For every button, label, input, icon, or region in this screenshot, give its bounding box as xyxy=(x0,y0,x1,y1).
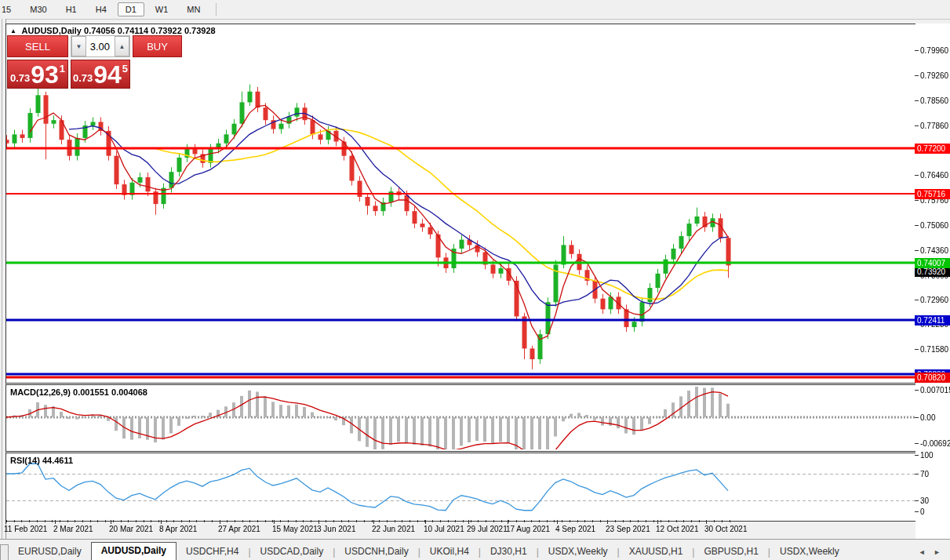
date-axis-label: 22 Jun 2021 xyxy=(372,525,415,533)
macd-axis-label: 0.007015 xyxy=(920,386,950,395)
volume-increase-button[interactable]: ▲ xyxy=(115,36,129,56)
sell-price-main: 93 xyxy=(31,62,59,87)
price-axis-label: 0.75060 xyxy=(920,221,948,230)
tab-stub[interactable] xyxy=(0,544,9,560)
tab-scroll-nav: ◄ ► xyxy=(915,548,944,560)
macd-axis-label: -0.006923 xyxy=(920,439,950,448)
chart-symbol: AUDUSD,Daily xyxy=(22,26,82,35)
buy-price-pip: 5 xyxy=(122,63,128,75)
chart-tab-usdcad-daily[interactable]: USDCAD,Daily xyxy=(251,544,333,560)
price-axis-label: 0.71580 xyxy=(920,345,948,354)
date-axis-label: 12 Oct 2021 xyxy=(656,525,698,533)
date-axis-label: 8 Apr 2021 xyxy=(159,525,197,533)
price-level-tag: 0.70820 xyxy=(915,373,950,383)
buy-price-prefix: 0.73 xyxy=(73,72,93,84)
volume-decrease-button[interactable]: ▼ xyxy=(71,36,86,56)
chart-tab-xauusd-h1[interactable]: XAUUSD,H1 xyxy=(620,544,693,560)
rsi-indicator-label: RSI(14) 44.4611 xyxy=(10,456,73,465)
sell-price-button[interactable]: 0.73 93 1 xyxy=(7,60,68,89)
trading-terminal-window: 15M30H1H4D1W1MN ▲ AUDUSD,Daily 0.74056 0… xyxy=(0,0,950,560)
chart-tab-gbpusd-h1[interactable]: GBPUSD,H1 xyxy=(694,544,767,560)
one-click-trading-widget: SELL ▼ ▲ BUY 0.73 93 1 0.73 94 5 xyxy=(7,35,182,89)
buy-price-button[interactable]: 0.73 94 5 xyxy=(71,60,130,89)
buy-price-main: 94 xyxy=(93,62,122,87)
sell-price-prefix: 0.73 xyxy=(10,72,30,84)
chart-tab-dj30-h1[interactable]: DJ30,H1 xyxy=(481,544,537,560)
chart-ohlc-values: 0.74056 0.74114 0.73922 0.73928 xyxy=(84,26,216,35)
price-axis-label: 0.72960 xyxy=(920,296,948,304)
price-level-tag: 0.72411 xyxy=(915,315,950,325)
price-axis-label: 0.77860 xyxy=(920,122,948,130)
price-axis-label: 0.78560 xyxy=(920,96,948,105)
date-axis-label: 23 Sep 2021 xyxy=(606,525,650,533)
volume-spinner: ▼ ▲ xyxy=(71,35,130,57)
volume-input[interactable] xyxy=(86,36,115,56)
date-axis-label: 2 Mar 2021 xyxy=(53,525,93,533)
date-axis-label: 30 Oct 2021 xyxy=(704,525,747,533)
date-axis-label: 29 Jul 2021 xyxy=(467,525,508,533)
date-axis-label: 15 May 2021 xyxy=(272,525,318,533)
price-axis-label: 0.74360 xyxy=(920,246,948,255)
date-axis-label: 27 Apr 2021 xyxy=(218,525,260,533)
chart-tab-usdchf-h4[interactable]: USDCHF,H4 xyxy=(177,544,248,560)
triangle-icon: ▲ xyxy=(10,27,16,35)
chart-title: ▲ AUDUSD,Daily 0.74056 0.74114 0.73922 0… xyxy=(10,26,216,35)
sell-button[interactable]: SELL xyxy=(7,35,68,57)
rsi-axis-label: 30 xyxy=(920,496,929,505)
date-axis-label: 3 Jun 2021 xyxy=(317,525,356,533)
rsi-axis-label: 0 xyxy=(920,507,925,516)
sell-price-pip: 1 xyxy=(60,63,65,75)
macd-indicator-label: MACD(12,26,9) 0.001551 0.004068 xyxy=(10,387,147,397)
price-axis-label: 0.79260 xyxy=(920,71,948,80)
macd-axis-label: 0.00 xyxy=(920,413,935,422)
date-axis-label: 20 Mar 2021 xyxy=(109,525,153,533)
rsi-axis-label: 70 xyxy=(920,470,929,478)
chart-tab-ukoil-h4[interactable]: UKOil,H4 xyxy=(420,544,479,560)
date-axis-label: 10 Jul 2021 xyxy=(424,525,464,533)
price-axis-label: 0.76460 xyxy=(920,171,948,180)
chart-tab-usdx-weekly[interactable]: USDX,Weekly xyxy=(770,544,849,560)
price-axis-label: 0.79960 xyxy=(920,46,948,55)
chart-tab-usdx-weekly[interactable]: USDX,Weekly xyxy=(539,544,617,560)
price-level-tag: 0.74007 xyxy=(915,258,950,268)
price-level-tag: 0.77200 xyxy=(915,144,950,154)
rsi-axis-label: 100 xyxy=(920,451,934,460)
date-axis-label: 4 Sep 2021 xyxy=(555,525,595,533)
chart-tab-bar: EURUSD,DailyAUDUSD,DailyUSDCHF,H4|USDCAD… xyxy=(0,539,950,560)
tab-scroll-right-icon[interactable]: ► xyxy=(934,548,941,556)
chart-tab-usdcnh-daily[interactable]: USDCNH,Daily xyxy=(335,544,417,560)
tab-scroll-left-icon[interactable]: ◄ xyxy=(919,548,926,556)
chart-tab-eurusd-daily[interactable]: EURUSD,Daily xyxy=(9,544,91,560)
buy-button[interactable]: BUY xyxy=(133,35,182,57)
price-level-tag: 0.75716 xyxy=(915,189,950,199)
chart-tabs: EURUSD,DailyAUDUSD,DailyUSDCHF,H4|USDCAD… xyxy=(9,542,849,560)
date-axis-label: 17 Aug 2021 xyxy=(506,525,550,533)
chart-tab-audusd-daily[interactable]: AUDUSD,Daily xyxy=(91,542,177,560)
date-axis-label: 11 Feb 2021 xyxy=(4,525,47,533)
